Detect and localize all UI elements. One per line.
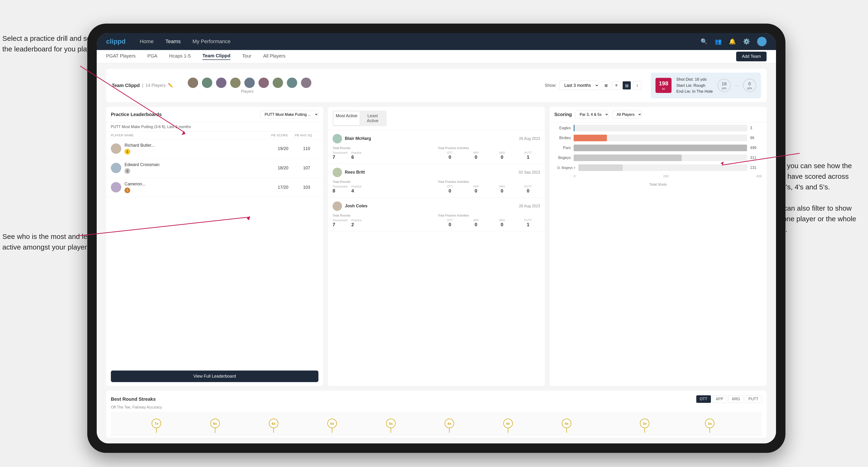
search-icon[interactable]: 🔍 [701,38,708,45]
streak-line-7 [508,428,508,433]
streaks-title: Best Round Streaks [111,397,156,402]
shot-circles: 16 yds — 0 yds [717,79,756,92]
arrow-activity [0,189,330,283]
shot-info: Shot Dist: 16 yds Start Lie: Rough End L… [676,76,713,95]
view-full-leaderboard-button[interactable]: View Full Leaderboard [111,371,318,382]
streak-line-8 [566,428,567,433]
streak-pin-5: 5x [386,418,396,433]
people-icon[interactable]: 👥 [715,38,722,45]
total-rounds-group: Total Rounds Tournament 7 Practice 6 [333,146,435,160]
scoring-title: Scoring [554,112,572,117]
bell-icon[interactable]: 🔔 [729,38,736,45]
streaks-panel: Best Round Streaks OTT APP ARG PUTT Off … [106,391,767,438]
streak-pin-2: 6x [210,418,220,433]
streak-circle-6: 4x [445,418,454,428]
ott-col: OTT 0 [438,151,462,160]
shot-panel: 198 sc Shot Dist: 16 yds Start Lie: Roug… [651,73,761,98]
streak-circle-8: 4x [562,418,571,428]
show-period-select[interactable]: Last 3 months Last 6 months Last year [559,81,599,90]
svg-line-4 [722,153,800,165]
shot-badge-sub: sc [659,87,668,91]
practice-val-1: 6 [351,154,361,160]
streak-circle-10: 3x [705,418,714,428]
streak-line-1 [156,428,157,433]
streak-circle-1: 7x [152,418,161,428]
streaks-filter-app[interactable]: APP [712,395,727,403]
view-icons: ⊞ ≡ ▤ ↕ [602,81,641,90]
settings-icon[interactable]: ⚙️ [743,38,750,45]
view-sort-icon[interactable]: ↕ [633,81,641,90]
streak-line-10 [710,428,710,433]
shot-circle-2: 0 yds [743,79,756,92]
tournament-val-3: 7 [333,222,347,227]
show-controls: Show: Last 3 months Last 6 months Last y… [545,81,641,90]
act-stats-3: Total Rounds Tournament 7 Practice 2 [333,214,540,227]
svg-marker-5 [720,161,724,165]
shot-circle-1: 16 yds [717,79,731,92]
rounds-values: Tournament 7 Practice 6 [333,151,435,160]
tournament-col: Tournament 7 [333,151,347,160]
streak-circle-5: 5x [386,418,396,428]
scoring-player-filter[interactable]: All Players [612,111,642,118]
svg-marker-3 [247,216,250,220]
streak-pin-1: 7x [152,418,161,433]
practice-col: Practice 6 [351,151,361,160]
view-grid-icon[interactable]: ⊞ [602,81,610,90]
streak-pin-3: 6x [269,418,278,433]
streaks-filters: OTT APP ARG PUTT [696,395,762,403]
lb-avg-2: 107 [295,165,318,170]
streak-pin-10: 3x [705,418,714,433]
add-team-button[interactable]: Add Team [736,52,767,61]
shot-start-lie: Start Lie: Rough [676,83,713,89]
arrow-scoring [472,118,849,212]
streak-line-4 [332,428,332,433]
streaks-filter-putt[interactable]: PUTT [745,395,762,403]
streak-pin-7: 4x [503,418,513,433]
scoring-par-filter[interactable]: Par 3, 4 & 5s [575,111,609,118]
practice-val-2: 4 [351,188,361,194]
user-avatar[interactable] [757,37,767,46]
view-list-icon[interactable]: ≡ [612,81,621,90]
act-avatar-3 [333,201,342,211]
activity-tabs: Most Active Least Active [333,111,386,126]
total-rounds-label: Total Rounds [333,146,435,150]
svg-line-2 [78,217,250,236]
most-active-tab[interactable]: Most Active [334,112,360,125]
act-avatar-2 [333,168,342,177]
streaks-filter-arg[interactable]: ARG [728,395,744,403]
svg-line-0 [80,66,184,132]
lb-score-2: 18/20 [271,165,295,170]
nav-icons: 🔍 👥 🔔 ⚙️ [701,37,767,46]
view-card-icon[interactable]: ▤ [622,81,631,90]
streak-circle-7: 4x [503,418,513,428]
lb-badge-2: 2 [125,168,130,174]
streak-circle-4: 5x [328,418,337,428]
shot-dist: Shot Dist: 16 yds [676,76,713,83]
least-active-tab[interactable]: Least Active [360,112,386,125]
shot-badge: 198 [659,80,668,87]
streak-pin-9: 3x [640,418,649,433]
streaks-filter-ott[interactable]: OTT [696,395,711,403]
streak-line-9 [644,428,645,433]
streak-circle-3: 6x [269,418,278,428]
streak-pin-6: 4x [445,418,454,433]
streak-pin-8: 4x [562,418,571,433]
arrow-leaderboard [0,0,330,165]
streaks-chart: 7x 6x 6x 5x [111,412,762,435]
tournament-val-2: 8 [333,188,347,194]
streak-line-6 [449,428,450,433]
show-label: Show: [545,83,556,88]
streak-line-5 [391,428,391,433]
streaks-header: Best Round Streaks OTT APP ARG PUTT [111,395,762,403]
streaks-subtitle: Off The Tee, Fairway Accuracy [111,405,762,409]
streak-circle-9: 3x [640,418,649,428]
lb-name-3: Cameron... [125,182,146,187]
streak-line-3 [273,428,274,433]
practice-val-3: 2 [351,222,361,227]
streak-pin-4: 5x [328,418,337,433]
tournament-val-1: 7 [333,154,347,160]
act-avatar-1 [333,134,342,144]
streak-circle-2: 6x [210,418,220,428]
streak-line-2 [215,428,215,433]
shot-end-lie: End Lie: In The Hole [676,88,713,95]
